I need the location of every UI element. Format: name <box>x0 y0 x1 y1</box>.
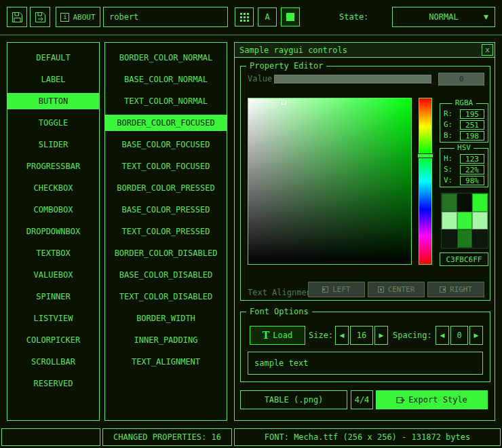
controls-list: DEFAULTLABELBUTTONTOGGLESLIDERPROGRESSBA… <box>7 42 100 421</box>
style-table-view-button[interactable] <box>235 7 254 26</box>
palette-color-cell[interactable] <box>442 212 457 230</box>
export-format-button[interactable]: TABLE (.png) <box>240 390 347 409</box>
align-center-label: CENTER <box>388 285 415 294</box>
text-alignment-label: Text Alignment <box>248 285 316 301</box>
status-cell-font-info: FONT: Mecha.ttf (256 x 256) - 131872 byt… <box>234 428 501 446</box>
export-icon <box>396 396 405 404</box>
list-item[interactable]: SCROLLBAR <box>7 354 99 370</box>
list-item[interactable]: SLIDER <box>7 136 99 153</box>
palette-color-cell[interactable] <box>472 193 488 212</box>
palette-color-cell[interactable] <box>472 229 488 248</box>
about-button[interactable]: i ABOUT <box>56 7 100 27</box>
chevron-right-icon: ▶ <box>474 332 479 339</box>
spacing-decrease-button[interactable]: ◀ <box>436 326 449 345</box>
sample-window-titlebar[interactable]: Sample raygui controls x <box>235 43 495 58</box>
h-value: 123 <box>460 154 484 164</box>
font-load-label: Load <box>273 331 292 340</box>
list-item[interactable]: LABEL <box>7 71 99 88</box>
list-item[interactable]: BASE_COLOR_NORMAL <box>105 71 227 88</box>
changed-properties-text: CHANGED PROPERTIES: 16 <box>113 432 221 442</box>
v-value: 98% <box>460 176 484 185</box>
state-dropdown[interactable]: NORMAL ▼ <box>392 7 495 27</box>
list-item[interactable]: TEXT_ALIGNMENT <box>105 354 227 370</box>
list-item[interactable]: PROGRESSBAR <box>7 158 99 174</box>
list-item[interactable]: BUTTON <box>7 93 99 109</box>
save-style-button[interactable] <box>7 7 27 27</box>
grid-icon <box>240 13 249 22</box>
text-t-icon: T <box>263 331 269 340</box>
color-picker-panel[interactable] <box>248 98 412 265</box>
list-item[interactable]: TEXT_COLOR_PRESSED <box>105 223 227 240</box>
align-left-button[interactable]: LEFT <box>308 282 365 297</box>
filled-square-icon <box>286 13 294 21</box>
status-cell-changed-properties: CHANGED PROPERTIES: 16 <box>102 428 232 446</box>
list-item[interactable]: VALUEBOX <box>7 267 99 283</box>
list-item[interactable]: COLORPICKER <box>7 332 99 348</box>
export-pages-value[interactable]: 4/4 <box>351 390 373 409</box>
list-item[interactable]: BORDER_COLOR_NORMAL <box>105 50 227 66</box>
list-item[interactable]: DROPDOWNBOX <box>7 223 99 240</box>
hue-bar-cursor[interactable] <box>417 153 433 158</box>
list-item[interactable]: BORDER_COLOR_FOCUSED <box>105 115 227 131</box>
font-spacing-value[interactable]: 0 <box>450 326 468 345</box>
list-item[interactable]: TEXT_COLOR_DISABLED <box>105 288 227 305</box>
properties-list: BORDER_COLOR_NORMALBASE_COLOR_NORMALTEXT… <box>104 42 227 421</box>
hex-color-input[interactable]: C3FBC6FF <box>440 253 488 266</box>
spacing-increase-button[interactable]: ▶ <box>469 326 483 345</box>
r-value: 195 <box>460 109 484 119</box>
style-name-input[interactable] <box>103 7 228 27</box>
list-item[interactable]: TEXT_COLOR_NORMAL <box>105 93 227 109</box>
color-picker-cursor[interactable] <box>282 100 286 105</box>
list-item[interactable]: TEXT_COLOR_FOCUSED <box>105 158 227 174</box>
list-item[interactable]: BASE_COLOR_FOCUSED <box>105 136 227 153</box>
about-button-label: ABOUT <box>73 13 95 22</box>
toolbar-separator <box>0 35 502 35</box>
palette-color-cell[interactable] <box>457 193 473 212</box>
palette-color-cell[interactable] <box>442 193 457 212</box>
align-center-button[interactable]: CENTER <box>368 282 425 297</box>
state-dropdown-value: NORMAL <box>429 12 458 22</box>
list-item[interactable]: RESERVED <box>7 375 99 392</box>
list-item[interactable]: TEXTBOX <box>7 245 99 261</box>
statusbar: CHANGED PROPERTIES: 16 FONT: Mecha.ttf (… <box>0 428 502 446</box>
export-style-button[interactable]: Export Style <box>376 390 488 409</box>
font-size-value-text: 16 <box>357 331 366 340</box>
list-item[interactable]: BASE_COLOR_DISABLED <box>105 267 227 283</box>
export-style-file-button[interactable] <box>30 7 50 27</box>
b-value: 198 <box>460 131 484 141</box>
size-decrease-button[interactable]: ◀ <box>335 326 349 345</box>
list-item[interactable]: BASE_COLOR_PRESSED <box>105 202 227 218</box>
hsv-row-h: H: 123 <box>444 153 484 164</box>
letter-a-icon: A <box>265 12 269 22</box>
list-item[interactable]: BORDER_WIDTH <box>105 310 227 326</box>
font-atlas-view-button[interactable]: A <box>258 7 277 26</box>
hue-bar[interactable] <box>419 98 432 265</box>
font-load-button[interactable]: T Load <box>250 326 305 345</box>
list-item[interactable]: BORDER_COLOR_DISABLED <box>105 245 227 261</box>
list-item[interactable]: TOGGLE <box>7 115 99 131</box>
palette-color-cell[interactable] <box>442 229 457 248</box>
chevron-right-icon: ▶ <box>379 332 384 339</box>
value-button[interactable]: 0 <box>438 73 484 86</box>
s-label: S: <box>444 165 452 174</box>
list-item[interactable]: BORDER_COLOR_PRESSED <box>105 180 227 196</box>
value-slider[interactable] <box>274 75 431 83</box>
list-item[interactable]: COMBOBOX <box>7 202 99 218</box>
sample-text-input[interactable]: sample text <box>248 352 483 375</box>
align-center-icon <box>378 286 384 293</box>
rgba-row-g: G: 251 <box>444 119 484 130</box>
align-right-button[interactable]: RIGHT <box>427 282 484 297</box>
list-item[interactable]: SPINNER <box>7 288 99 305</box>
size-increase-button[interactable]: ▶ <box>374 326 388 345</box>
value-label: Value: <box>248 73 277 84</box>
close-button[interactable]: x <box>482 44 493 56</box>
list-item[interactable]: LISTVIEW <box>7 310 99 326</box>
font-size-value[interactable]: 16 <box>350 326 373 345</box>
list-item[interactable]: CHECKBOX <box>7 180 99 196</box>
palette-color-cell[interactable] <box>472 212 488 230</box>
palette-color-cell[interactable] <box>457 212 473 230</box>
list-item[interactable]: INNER_PADDING <box>105 332 227 348</box>
palette-color-cell[interactable] <box>457 229 473 248</box>
controls-view-button[interactable] <box>281 7 300 26</box>
list-item[interactable]: DEFAULT <box>7 50 99 66</box>
